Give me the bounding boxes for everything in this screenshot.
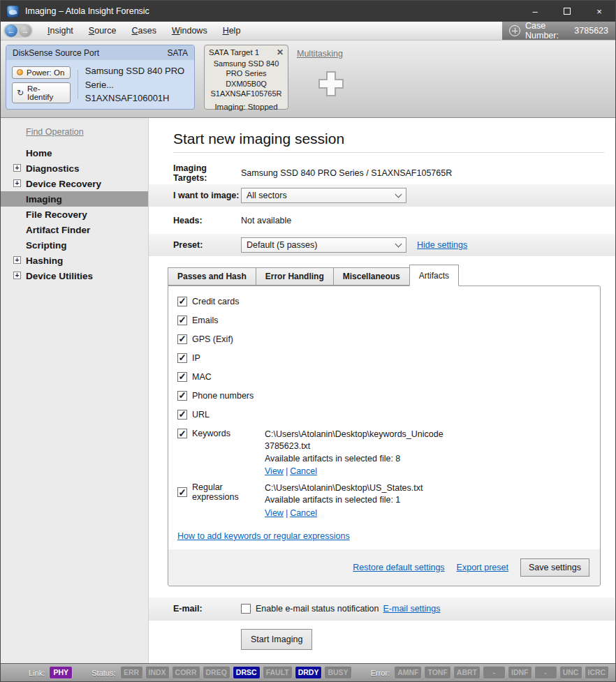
howto-keywords-link[interactable]: How to add keywords or regular expressio… — [177, 531, 350, 541]
chevron-down-icon — [395, 240, 402, 247]
email-label: E-mail: — [173, 604, 241, 614]
forward-button[interactable]: → — [19, 24, 31, 37]
heads-value: Not available — [241, 216, 291, 225]
close-target-icon[interactable]: ✕ — [277, 48, 284, 57]
menu-cases[interactable]: Cases — [124, 22, 163, 40]
phy-badge: PHY — [49, 666, 73, 679]
sidebar-item-device-utilities[interactable]: Device Utilities — [1, 268, 148, 283]
credit-cards-checkbox[interactable] — [177, 297, 187, 306]
image-scope-dropdown[interactable]: All sectors — [241, 188, 406, 203]
power-button[interactable]: Power: On — [12, 66, 71, 79]
maximize-button[interactable] — [551, 1, 583, 22]
ip-checkbox[interactable] — [177, 353, 187, 363]
source-device-panel[interactable]: DiskSense Source Port SATA Power: On ↻ R… — [6, 45, 195, 110]
target-device-name: Samsung SSD 840 PRO Series — [209, 59, 284, 79]
status-label: Status: — [91, 669, 115, 677]
maximize-icon — [564, 8, 571, 15]
multitasking-link[interactable]: Multitasking — [297, 49, 343, 59]
checkbox-row-phone-numbers: Phone numbers — [177, 386, 590, 405]
target-device-panel[interactable]: SATA Target 1 ✕ Samsung SSD 840 PRO Seri… — [204, 45, 288, 110]
gps-checkbox[interactable] — [177, 334, 187, 344]
device-strip: DiskSense Source Port SATA Power: On ↻ R… — [1, 40, 615, 118]
expand-plus-icon[interactable] — [13, 256, 21, 264]
artifacts-panel-content: Credit cards Emails GPS (Exif) IP — [168, 286, 600, 549]
chevron-down-icon — [395, 191, 402, 198]
export-preset-link[interactable]: Export preset — [457, 563, 508, 572]
source-panel-title: DiskSense Source Port — [13, 48, 99, 58]
checkbox-row-ip: IP — [177, 348, 590, 367]
imaging-targets-row: Imaging Targets: Samsung SSD 840 PRO Ser… — [149, 165, 615, 181]
keywords-available-count: Available artifacts in selected file: 8 — [265, 453, 474, 465]
regex-checkbox[interactable] — [177, 487, 187, 497]
keywords-left: Keywords — [177, 429, 265, 438]
regex-view-link[interactable]: View — [265, 508, 284, 518]
expand-plus-icon[interactable] — [13, 272, 21, 279]
find-operation-link[interactable]: Find Operation — [26, 127, 148, 137]
target-panel-header: SATA Target 1 ✕ — [209, 48, 284, 57]
expand-plus-icon[interactable] — [13, 179, 21, 187]
add-task-plus-icon[interactable] — [316, 69, 346, 98]
reidentify-button[interactable]: ↻ Re-Identify — [12, 82, 71, 103]
email-settings-link[interactable]: E-mail settings — [383, 604, 440, 614]
keywords-view-link[interactable]: View — [265, 466, 284, 476]
sidebar-item-hashing[interactable]: Hashing — [1, 253, 148, 268]
start-imaging-button[interactable]: Start Imaging — [241, 629, 312, 650]
tab-passes-and-hash[interactable]: Passes and Hash — [168, 267, 256, 286]
url-checkbox[interactable] — [177, 410, 187, 420]
keywords-cancel-link[interactable]: Cancel — [290, 466, 317, 476]
sidebar-item-device-recovery[interactable]: Device Recovery — [1, 176, 148, 191]
phone-numbers-checkbox[interactable] — [177, 391, 187, 401]
save-settings-button[interactable]: Save settings — [520, 558, 589, 577]
keywords-row: Keywords C:\Users\Atolanin\Desktop\keywo… — [177, 429, 590, 477]
sidebar: Find Operation Home Diagnostics Device R… — [1, 118, 149, 663]
checkbox-row-emails: Emails — [177, 311, 590, 329]
menu-source[interactable]: Source — [81, 22, 124, 40]
keywords-checkbox[interactable] — [177, 429, 187, 438]
emails-checkbox[interactable] — [177, 316, 187, 325]
imaging-targets-value: Samsung SSD 840 PRO Series / S1AXNSAF105… — [241, 168, 452, 178]
tab-miscellaneous[interactable]: Miscellaneous — [333, 267, 410, 286]
menu-insight[interactable]: Insight — [40, 22, 81, 40]
error-badge-dash2: - — [534, 666, 557, 679]
menu-help[interactable]: Help — [215, 22, 249, 40]
menu-windows[interactable]: Windows — [164, 22, 215, 40]
minimize-button[interactable]: – — [519, 1, 551, 22]
close-button[interactable]: × — [583, 1, 615, 22]
target-panel-title: SATA Target 1 — [209, 48, 259, 57]
tab-error-handling[interactable]: Error Handling — [256, 267, 334, 286]
case-number-box[interactable]: Case Number: 3785623 — [502, 22, 615, 40]
sidebar-item-scripting[interactable]: Scripting — [1, 237, 148, 253]
back-button[interactable]: ← — [5, 24, 17, 37]
window-title: Imaging – Atola Insight Forensic — [25, 6, 149, 16]
keywords-file-info: C:\Users\Atolanin\Desktop\keywords_Unico… — [265, 429, 474, 477]
target-device-firmware: DXM05B0Q — [209, 79, 284, 89]
keywords-file-path: C:\Users\Atolanin\Desktop\keywords_Unico… — [265, 429, 474, 453]
menubar: ← → Insight Source Cases Windows Help Ca… — [1, 22, 615, 40]
mac-checkbox[interactable] — [177, 372, 187, 382]
regex-links: View|Cancel — [265, 507, 474, 519]
email-notification-checkbox[interactable] — [241, 604, 251, 614]
sidebar-item-home[interactable]: Home — [1, 145, 148, 161]
status-badge-corr: CORR — [172, 666, 200, 679]
regex-cancel-link[interactable]: Cancel — [290, 508, 317, 518]
imaging-targets-label: Imaging Targets: — [173, 163, 241, 183]
restore-defaults-link[interactable]: Restore default settings — [353, 563, 444, 572]
sidebar-item-imaging[interactable]: Imaging — [1, 191, 148, 207]
sidebar-item-diagnostics[interactable]: Diagnostics — [1, 161, 148, 176]
link-separator: | — [286, 508, 288, 518]
divider — [173, 152, 604, 153]
regex-row: Regular expressions C:\Users\Atolanin\De… — [177, 482, 590, 519]
case-plus-icon — [509, 25, 520, 36]
source-panel-body: Power: On ↻ Re-Identify Samsung SSD 840 … — [6, 60, 194, 107]
regex-file-path: C:\Users\Atolanin\Desktop\US_States.txt — [265, 482, 474, 494]
checkbox-row-url: URL — [177, 405, 590, 424]
hide-settings-link[interactable]: Hide settings — [417, 240, 467, 250]
tab-artifacts[interactable]: Artifacts — [409, 265, 459, 286]
preset-dropdown[interactable]: Default (5 passes) — [241, 237, 406, 253]
sidebar-item-artifact-finder[interactable]: Artifact Finder — [1, 222, 148, 237]
expand-plus-icon[interactable] — [13, 164, 21, 172]
error-badge-idnf: IDNF — [508, 666, 532, 679]
sidebar-item-file-recovery[interactable]: File Recovery — [1, 207, 148, 222]
error-badge-tonf: TONF — [424, 666, 450, 679]
power-indicator-icon — [17, 69, 23, 75]
